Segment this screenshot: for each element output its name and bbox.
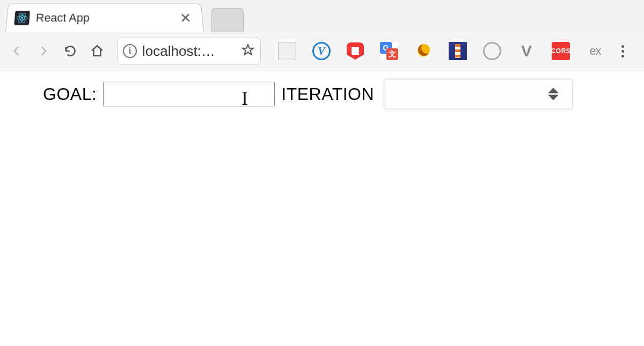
home-button[interactable] (85, 39, 109, 63)
forward-button[interactable] (31, 39, 56, 63)
ublock-extension-icon[interactable] (347, 42, 364, 60)
address-bar[interactable]: i localhost:… (117, 38, 261, 64)
iteration-input[interactable] (385, 79, 573, 109)
number-spinner (548, 88, 563, 100)
vimium-extension-icon[interactable]: V (312, 42, 331, 60)
iteration-label: ITERATION (281, 84, 374, 104)
darkmode-extension-icon[interactable] (414, 42, 433, 60)
goal-input[interactable] (103, 82, 275, 106)
browser-menu-icon[interactable] (612, 40, 633, 62)
react-favicon-icon (14, 11, 30, 25)
circle-extension-icon[interactable] (483, 42, 501, 60)
close-tab-icon[interactable]: ✕ (176, 10, 195, 26)
browser-tab-active[interactable]: React App ✕ (5, 4, 204, 32)
browser-chrome: React App ✕ i localhost:… V G文 (0, 0, 644, 70)
svg-point-0 (21, 17, 23, 19)
tab-title: React App (35, 11, 171, 25)
site-info-icon[interactable]: i (123, 44, 137, 58)
spinner-up-icon[interactable] (548, 88, 559, 93)
extension-row: V G文 V CORS ex (278, 42, 604, 60)
new-tab-ghost[interactable] (211, 8, 244, 32)
cors-extension-icon[interactable]: CORS (552, 42, 570, 60)
goal-label: GOAL: (43, 84, 97, 104)
url-text: localhost:… (142, 43, 236, 60)
page-body: GOAL: ITERATION (0, 70, 644, 109)
vue-extension-icon[interactable]: V (517, 42, 536, 60)
reader-extension-icon[interactable] (278, 42, 296, 60)
reload-button[interactable] (58, 39, 83, 63)
tab-strip: React App ✕ (0, 0, 644, 32)
translate-extension-icon[interactable]: G文 (380, 42, 398, 60)
back-button[interactable] (4, 39, 29, 63)
spinner-down-icon[interactable] (548, 95, 559, 100)
lighthouse-extension-icon[interactable] (449, 42, 467, 60)
iteration-input-wrap (385, 79, 573, 109)
ex-extension-icon[interactable]: ex (586, 42, 604, 60)
browser-toolbar: i localhost:… V G文 V CORS ex (0, 32, 644, 70)
bookmark-star-icon[interactable] (241, 43, 255, 59)
